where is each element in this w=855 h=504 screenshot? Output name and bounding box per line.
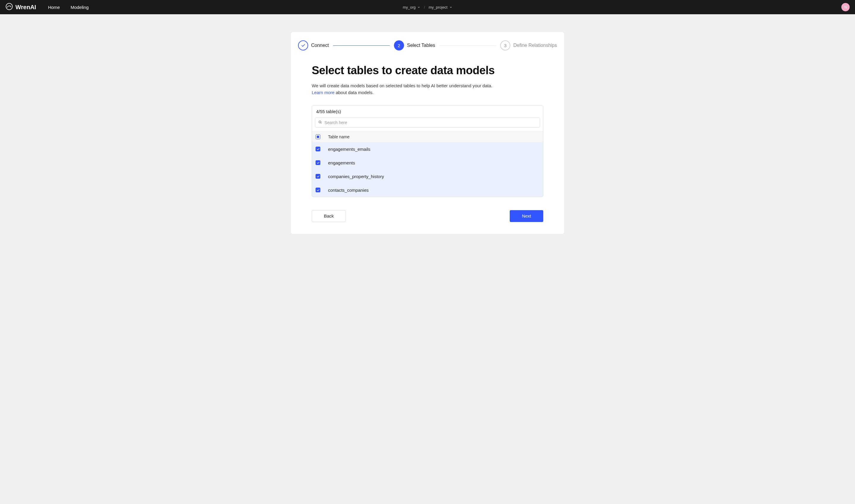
row-checkbox[interactable] <box>316 160 320 165</box>
search-input[interactable] <box>324 120 537 125</box>
table-body: engagements_emails engagements companies… <box>312 143 543 197</box>
table-row[interactable]: companies_property_history <box>312 170 543 183</box>
search-row <box>312 118 543 131</box>
table-name-cell: companies_property_history <box>328 174 384 179</box>
nav-home[interactable]: Home <box>48 5 60 10</box>
svg-point-2 <box>319 121 321 123</box>
search-input-wrap[interactable] <box>315 118 540 128</box>
chevron-down-icon <box>417 5 421 10</box>
subtitle-pre: We will create data models based on sele… <box>312 83 492 88</box>
table-row[interactable]: engagements <box>312 156 543 170</box>
breadcrumb-org[interactable]: my_org <box>403 5 421 10</box>
table-name-cell: engagements_emails <box>328 147 371 152</box>
learn-more-link[interactable]: Learn more <box>312 90 335 95</box>
breadcrumb-org-label: my_org <box>403 5 416 10</box>
step-define-relationships-label: Define Relationships <box>513 43 557 48</box>
breadcrumb-project[interactable]: my_project <box>429 5 452 10</box>
back-button[interactable]: Back <box>312 210 346 222</box>
table-row[interactable]: engagements_emails <box>312 143 543 156</box>
table-row[interactable]: contacts_companies <box>312 183 543 197</box>
nav-links: Home Modeling <box>48 5 89 10</box>
column-header-name: Table name <box>328 134 350 139</box>
footer-actions: Back Next <box>312 210 543 222</box>
step-define-relationships-circle: 3 <box>500 40 510 51</box>
nav-modeling[interactable]: Modeling <box>71 5 89 10</box>
table-name-cell: engagements <box>328 160 355 165</box>
select-all-checkbox[interactable] <box>316 134 320 139</box>
breadcrumb-separator: / <box>424 5 425 10</box>
row-checkbox[interactable] <box>316 147 320 151</box>
page-subtitle: We will create data models based on sele… <box>312 82 543 96</box>
avatar[interactable]: TE <box>841 3 850 11</box>
stepper: Connect 2 Select Tables 3 Define Relatio… <box>298 40 557 51</box>
step-select-tables: 2 Select Tables <box>394 40 435 51</box>
step-define-relationships-index: 3 <box>504 43 506 48</box>
table-header-row: Table name <box>312 131 543 143</box>
step-select-tables-label: Select Tables <box>407 43 435 48</box>
breadcrumb-project-label: my_project <box>429 5 448 10</box>
brand-logo: WrenAI <box>5 3 36 12</box>
page-title: Select tables to create data models <box>312 64 543 77</box>
next-button[interactable]: Next <box>510 210 543 222</box>
row-checkbox[interactable] <box>316 174 320 179</box>
step-select-tables-index: 2 <box>398 43 400 48</box>
svg-point-0 <box>6 3 13 10</box>
main-card: Connect 2 Select Tables 3 Define Relatio… <box>291 32 564 234</box>
subtitle-post: about data models. <box>335 90 374 95</box>
page-wrap: Connect 2 Select Tables 3 Define Relatio… <box>0 14 855 246</box>
step-connect-label: Connect <box>311 43 329 48</box>
search-icon <box>318 120 322 125</box>
step-connect-circle <box>298 40 308 51</box>
table-name-cell: contacts_companies <box>328 187 369 193</box>
step-select-tables-circle: 2 <box>394 40 404 51</box>
wren-logo-icon <box>5 3 13 12</box>
selector-count-label: 4/55 table(s) <box>312 105 543 118</box>
brand-name: WrenAI <box>15 4 36 11</box>
step-connector-2 <box>439 46 496 46</box>
step-define-relationships: 3 Define Relationships <box>500 40 557 51</box>
step-connector-1 <box>333 46 390 46</box>
svg-point-1 <box>10 5 11 6</box>
step-connect: Connect <box>298 40 329 51</box>
content-area: Select tables to create data models We w… <box>298 64 557 222</box>
avatar-initials: TE <box>844 6 848 9</box>
breadcrumb: my_org / my_project <box>403 5 452 10</box>
top-navbar: WrenAI Home Modeling my_org / my_project… <box>0 0 855 14</box>
row-checkbox[interactable] <box>316 187 320 192</box>
table-selector: 4/55 table(s) Table name <box>312 105 543 197</box>
chevron-down-icon <box>449 5 452 10</box>
